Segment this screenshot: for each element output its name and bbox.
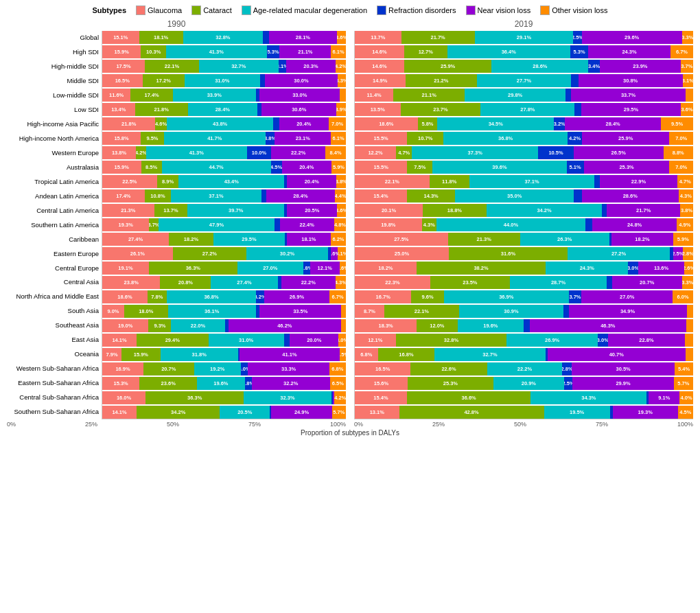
year-2019-title: 2019 <box>354 19 693 29</box>
bar-segment-2: 37.1% <box>171 189 261 203</box>
othervision-swatch <box>540 5 550 15</box>
bar-segment-3: 10.5% <box>538 146 574 159</box>
bar-row: 9.0%18.0%36.1%33.5% <box>102 305 346 318</box>
bar-segment-4: 20.3% <box>286 60 336 73</box>
bar-row: 17.4%10.8%37.1%28.4%4.4% <box>102 189 346 203</box>
bar-segment-5: 5.9% <box>673 233 693 246</box>
bar-segment-1: 29.4% <box>137 334 208 347</box>
row-label-17: Central Asia <box>7 279 99 286</box>
bar-row: 18.2%38.2%24.3%3.0%13.6%2.6% <box>355 262 693 275</box>
bar-segment-4: 32.2% <box>252 377 330 390</box>
bar-segment-1: 21.3% <box>448 233 520 246</box>
bar-segment-0: 7.9% <box>102 348 121 361</box>
bar-segment-1: 20.7% <box>143 362 194 375</box>
bar-segment-2: 19.6% <box>197 377 245 390</box>
bar-segment-4: 2.5% <box>673 247 683 260</box>
bar-segment-2: 31.0% <box>185 74 260 87</box>
bar-segment-1: 8.9% <box>157 175 179 188</box>
bar-segment-0: 9.0% <box>102 305 124 318</box>
row-label-9: Australasia <box>7 164 99 171</box>
bar-row: 12.1%32.8%26.9%3.0%22.8% <box>355 334 693 347</box>
bar-segment-3: 3.7% <box>569 290 581 303</box>
bar-segment-5: 3.1% <box>338 247 346 260</box>
bar-segment-1: 31.6% <box>449 247 568 260</box>
bar-segment-0: 26.1% <box>102 247 173 260</box>
bar-segment-4: 33.3% <box>248 362 329 375</box>
bar-segment-0: 13.8% <box>102 146 136 159</box>
bar-segment-3 <box>594 175 600 188</box>
bar-segment-1: 14.3% <box>407 189 455 203</box>
bar-segment-1: 25.3% <box>408 377 493 390</box>
bar-segment-0: 14.1% <box>102 334 137 347</box>
row-label-5: Low SDI <box>7 106 99 113</box>
row-label-10: Tropical Latin America <box>7 178 99 185</box>
bar-segment-1: 9.5% <box>141 132 164 145</box>
panel-2019: 2019 13.7%21.7%29.1%2.5%29.6%3.3%14.6%12… <box>354 19 693 428</box>
bar-row: 14.1%29.4%31.0%20.0%3.0% <box>102 334 346 347</box>
bar-segment-0: 21.3% <box>102 204 154 217</box>
bar-segment-2: 31.0% <box>209 334 284 347</box>
bar-segment-5: 3.6% <box>337 31 346 44</box>
xaxis-1990: 0% 25% 50% 75% 100% <box>7 421 346 428</box>
bar-segment-5 <box>687 305 693 318</box>
bar-segment-2: 47.9% <box>159 218 275 231</box>
bar-row: 16.7%9.6%36.9%3.7%27.0%6.0% <box>355 290 693 303</box>
xaxis-2019: 0% 25% 50% 75% 100% <box>354 421 693 428</box>
bar-segment-0: 17.4% <box>102 189 145 203</box>
bar-segment-5: 2.6% <box>684 262 693 275</box>
bar-row: 13.7%21.7%29.1%2.5%29.6%3.3% <box>355 31 693 44</box>
bar-segment-5: 7.0% <box>669 161 693 174</box>
row-label-23: Western Sub-Saharan Africa <box>7 365 99 372</box>
bar-row: 17.5%22.1%32.7%3.1%20.3%4.2% <box>102 60 346 73</box>
bar-segment-2: 32.3% <box>244 391 331 404</box>
bar-row: 13.5%23.7%27.8%29.5%3.6% <box>355 103 693 116</box>
bar-segment-3: 2.8% <box>245 377 252 390</box>
bar-segment-4: 41.1% <box>240 348 340 361</box>
bar-segment-3 <box>263 31 269 44</box>
bar-segment-0: 19.1% <box>102 262 149 275</box>
bar-segment-5: 6.0% <box>673 290 693 303</box>
bar-row: 6.8%16.8%32.7%40.7% <box>355 348 693 361</box>
bar-row: 19.8%4.3%44.0%24.8%4.9% <box>355 218 693 231</box>
bar-segment-0: 19.0% <box>102 319 148 332</box>
bar-segment-2: 31.8% <box>161 348 238 361</box>
bar-segment-0: 14.6% <box>355 60 404 73</box>
bar-segment-1: 12.0% <box>417 319 457 332</box>
bar-row: 11.4%21.1%29.8%33.7% <box>355 89 693 102</box>
bar-row: 15.8%9.5%41.7%3.8%23.1%6.1% <box>102 132 346 145</box>
bar-segment-0: 27.5% <box>355 233 448 246</box>
bar-segment-5: 4.0% <box>679 391 693 404</box>
bar-segment-4: 27.0% <box>581 290 673 303</box>
chart-body-2019: 13.7%21.7%29.1%2.5%29.6%3.3%14.6%12.7%36… <box>354 31 693 419</box>
bar-row: 11.6%17.4%33.9%33.0% <box>102 89 346 102</box>
bar-segment-1: 3.7% <box>149 218 158 231</box>
bar-segment-0: 15.5% <box>355 161 407 174</box>
legend-cataract-label: Cataract <box>203 6 232 14</box>
bar-segment-4: 23.1% <box>275 132 331 145</box>
bar-segment-5: 3.8% <box>680 204 693 217</box>
bar-row: 27.4%18.2%29.5%18.1%6.2% <box>102 233 346 246</box>
bar-segment-0: 16.0% <box>102 391 145 404</box>
bar-segment-0: 20.1% <box>355 204 423 217</box>
bar-segment-2: 24.3% <box>546 262 628 275</box>
bar-row: 16.5%17.2%31.0%30.0%3.3% <box>102 74 346 87</box>
legend: Subtypes Glaucoma Cataract Age-related m… <box>7 5 693 15</box>
bar-segment-4: 30.6% <box>261 103 336 116</box>
bar-segment-0: 6.8% <box>355 348 378 361</box>
bar-row: 14.9%21.2%27.7%30.8%3.1% <box>355 74 693 87</box>
bar-segment-1: 9.3% <box>148 319 171 332</box>
bar-row: 20.1%18.8%34.2%21.7%3.8% <box>355 204 693 217</box>
bar-segment-3: 2.5% <box>564 377 572 390</box>
row-label-16: Central Europe <box>7 265 99 272</box>
bar-segment-3 <box>602 204 607 217</box>
bar-segment-4: 20.0% <box>290 334 338 347</box>
bar-segment-0: 22.1% <box>355 175 430 188</box>
bar-segment-2: 34.3% <box>530 391 646 404</box>
bar-segment-3: 2.5% <box>573 31 581 44</box>
bar-segment-1: 7.8% <box>148 290 167 303</box>
bar-segment-1: 4.7% <box>396 146 412 159</box>
bar-segment-4: 30.0% <box>265 74 338 87</box>
row-label-8: Western Europe <box>7 150 99 157</box>
bar-segment-2: 27.4% <box>211 276 277 289</box>
bar-row: 19.3%3.7%47.9%22.4%4.8% <box>102 218 346 231</box>
